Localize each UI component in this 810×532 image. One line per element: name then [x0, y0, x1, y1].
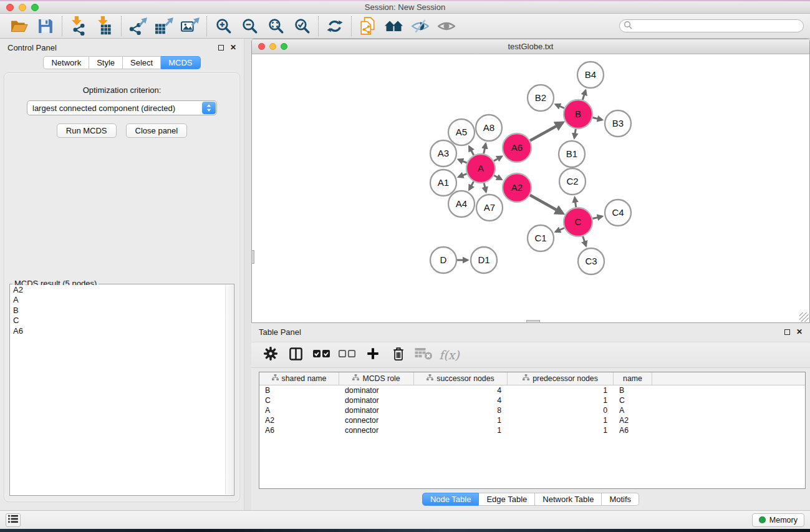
svg-text:A7: A7: [484, 202, 495, 213]
refresh-view-button[interactable]: [322, 15, 348, 37]
double-home-button[interactable]: [381, 15, 407, 37]
svg-text:B3: B3: [612, 118, 624, 128]
right-column: testGlobe.txt B4B2BB3A8A5A6A3B1AC2A1A2A4…: [251, 39, 810, 510]
deselect-all-rows-button[interactable]: [335, 344, 359, 365]
float-table-panel-icon[interactable]: [784, 329, 790, 335]
select-all-rows-button[interactable]: [310, 344, 333, 365]
export-network-button[interactable]: [125, 15, 151, 37]
column-header-shared-name[interactable]: shared name: [259, 372, 339, 385]
table-panel-title: Table Panel: [259, 327, 301, 337]
run-mcds-button[interactable]: Run MCDS: [57, 123, 117, 138]
mcds-result-item[interactable]: C: [11, 316, 233, 326]
graph-node-A6[interactable]: A6: [503, 133, 531, 162]
tab-mcds[interactable]: MCDS: [161, 56, 200, 69]
graph-node-B2[interactable]: B2: [528, 85, 554, 111]
task-history-button[interactable]: [6, 513, 21, 527]
graph-node-C4[interactable]: C4: [605, 200, 631, 226]
column-header-successor-nodes[interactable]: successor nodes: [414, 372, 508, 385]
table-tab-node-table[interactable]: Node Table: [422, 493, 480, 506]
save-session-button[interactable]: [32, 15, 59, 37]
export-table-icon: [155, 17, 174, 35]
svg-text:C1: C1: [534, 233, 546, 243]
graph-node-C1[interactable]: C1: [528, 225, 554, 251]
status-bar: Memory: [0, 510, 810, 529]
graph-node-A7[interactable]: A7: [476, 195, 503, 221]
import-table-button[interactable]: [92, 15, 118, 37]
graph-node-A2[interactable]: A2: [503, 173, 531, 202]
show-all-button[interactable]: [433, 15, 460, 37]
column-layout-button[interactable]: [284, 344, 307, 365]
column-header-predecessor-nodes[interactable]: predecessor nodes: [508, 372, 614, 385]
export-image-button[interactable]: [177, 15, 203, 37]
close-panel-button[interactable]: Close panel: [126, 123, 188, 138]
graph-node-B[interactable]: B: [564, 100, 592, 128]
export-table-button[interactable]: [151, 15, 177, 37]
table-row[interactable]: Bdominator41B: [259, 385, 805, 395]
graph-node-B1[interactable]: B1: [559, 141, 585, 167]
network-canvas[interactable]: B4B2BB3A8A5A6A3B1AC2A1A2A4A7C4CC1DD1C3: [252, 55, 809, 322]
graph-node-A8[interactable]: A8: [476, 115, 502, 141]
optimization-criterion-select[interactable]: largest connected component (directed): [27, 100, 217, 115]
mcds-result-list[interactable]: A2ABCA6: [11, 285, 233, 495]
add-column-button[interactable]: [361, 344, 384, 365]
memory-button[interactable]: Memory: [752, 513, 804, 527]
tab-style[interactable]: Style: [89, 56, 123, 69]
graph-node-A5[interactable]: A5: [448, 119, 475, 145]
function-builder-button[interactable]: f(x): [438, 344, 461, 365]
mcds-result-item[interactable]: B: [11, 306, 233, 316]
dropdown-value: largest connected component (directed): [27, 104, 201, 113]
zoom-fit-button[interactable]: [263, 15, 289, 37]
panel-divider[interactable]: [244, 39, 251, 510]
table-row[interactable]: Cdominator41C: [259, 395, 805, 405]
table-settings-button[interactable]: [259, 344, 282, 365]
table-tab-network-table[interactable]: Network Table: [535, 493, 602, 506]
network-maximize-button[interactable]: [281, 43, 287, 50]
zoom-in-button[interactable]: [210, 15, 236, 37]
table-tab-edge-table[interactable]: Edge Table: [479, 493, 535, 506]
graph-node-C3[interactable]: C3: [578, 248, 604, 274]
mcds-result-item[interactable]: A: [11, 295, 233, 305]
graph-node-A4[interactable]: A4: [448, 191, 475, 217]
maximize-window-button[interactable]: [31, 4, 39, 11]
network-close-button[interactable]: [258, 43, 265, 50]
new-network-from-selection-button[interactable]: [355, 15, 381, 37]
close-panel-icon[interactable]: [230, 45, 236, 51]
delete-column-button[interactable]: [387, 344, 410, 365]
mcds-result-item[interactable]: A6: [11, 326, 233, 336]
table-row[interactable]: A6connector11A6: [259, 425, 805, 435]
column-header-name[interactable]: name: [614, 372, 652, 385]
open-file-button[interactable]: [6, 15, 32, 37]
minimize-window-button[interactable]: [19, 4, 26, 11]
zoom-out-button[interactable]: [236, 15, 263, 37]
column-header-MCDS-role[interactable]: MCDS role: [339, 372, 414, 385]
float-panel-icon[interactable]: [218, 45, 224, 51]
table-row[interactable]: Adominator80A: [259, 405, 805, 415]
search-input[interactable]: [632, 22, 799, 31]
result-scrollbar[interactable]: [225, 285, 233, 495]
graph-node-C[interactable]: C: [564, 208, 592, 236]
graph-node-C2[interactable]: C2: [559, 168, 586, 195]
graph-node-D[interactable]: D: [430, 247, 456, 273]
table-row[interactable]: A2connector11A2: [259, 415, 805, 425]
table-tab-motifs[interactable]: Motifs: [602, 493, 639, 506]
table-header-row: shared nameMCDS rolesuccessor nodesprede…: [259, 372, 805, 385]
graph-node-D1[interactable]: D1: [471, 247, 497, 273]
hide-selected-button[interactable]: [407, 15, 433, 37]
import-network-button[interactable]: [65, 15, 92, 37]
close-window-button[interactable]: [6, 4, 14, 11]
table-cell: 1: [508, 426, 614, 435]
vertical-scroll-thumb[interactable]: [251, 250, 254, 264]
graph-node-A1[interactable]: A1: [430, 170, 456, 196]
delete-table-button[interactable]: [412, 344, 435, 365]
mcds-result-item[interactable]: A2: [11, 285, 233, 295]
graph-node-A[interactable]: A: [466, 154, 495, 183]
resize-handle-icon[interactable]: [799, 312, 809, 322]
graph-node-B3[interactable]: B3: [605, 110, 631, 137]
graph-node-B4[interactable]: B4: [577, 62, 604, 88]
graph-node-A3[interactable]: A3: [430, 140, 456, 167]
tab-select[interactable]: Select: [123, 56, 161, 69]
network-minimize-button[interactable]: [269, 43, 276, 50]
zoom-selected-button[interactable]: [289, 15, 315, 37]
close-table-panel-icon[interactable]: [796, 329, 803, 335]
tab-network[interactable]: Network: [43, 56, 89, 69]
